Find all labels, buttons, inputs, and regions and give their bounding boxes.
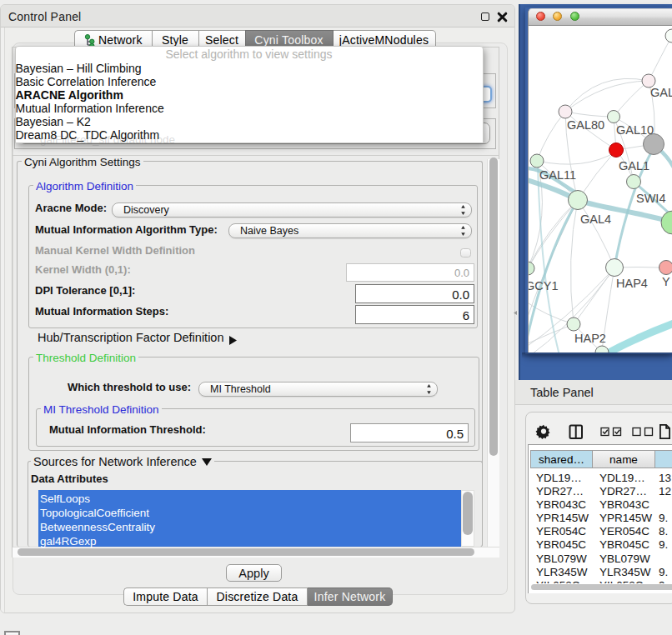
svg-text:GAL80: GAL80 — [650, 86, 672, 99]
svg-text:GCY1: GCY1 — [529, 279, 559, 292]
svg-text:GAL11: GAL11 — [539, 168, 576, 182]
svg-text:SWI4: SWI4 — [636, 192, 665, 205]
svg-text:HAP4: HAP4 — [616, 277, 648, 290]
svg-text:HAP2: HAP2 — [574, 332, 606, 345]
svg-text:GAL80: GAL80 — [567, 118, 604, 132]
svg-text:GAL1: GAL1 — [619, 159, 649, 172]
svg-text:GAL10: GAL10 — [616, 123, 654, 137]
svg-text:GAL4: GAL4 — [580, 212, 611, 226]
svg-text:Y: Y — [662, 275, 670, 288]
